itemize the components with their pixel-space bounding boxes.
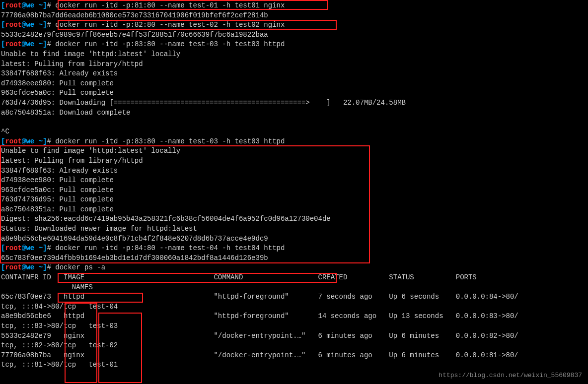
output-text: Unable to find image 'httpd:latest' loca… xyxy=(1,146,587,156)
output-text: a8c75048351a: Pull complete xyxy=(1,205,587,215)
terminal-line: [root@we ~]# docker run -itd -p:83:80 --… xyxy=(1,40,587,50)
ps-header2: NAMES xyxy=(1,283,587,293)
output-text: 33847f680f63: Already exists xyxy=(1,166,587,176)
output-text: Status: Downloaded newer image for httpd… xyxy=(1,224,587,234)
prompt-dir: ~ xyxy=(34,1,43,9)
output-text: d74938eee980: Pull complete xyxy=(1,176,587,186)
table-row: a8e9bd56cbe6 httpd "httpd-foreground" 14… xyxy=(1,312,587,321)
output-hash: 77706a08b7ba7dd6eadeb6b1080ce573e7331670… xyxy=(1,11,587,21)
command-text[interactable]: docker ps -a xyxy=(55,263,105,271)
output-text: 963cfdce5a0c: Pull complete xyxy=(1,88,587,98)
table-row: tcp, :::82->80/tcp test-02 xyxy=(1,341,587,351)
table-row: tcp, :::84->80/tcp test-04 xyxy=(1,302,587,312)
ctrl-c: ^C xyxy=(1,127,587,137)
output-text: 33847f680f63: Already exists xyxy=(1,69,587,79)
blank-line xyxy=(1,118,587,127)
output-text: latest: Pulling from library/httpd xyxy=(1,60,587,69)
output-text: Digest: sha256:eacdd6c7419ab95b43a258321… xyxy=(1,214,587,224)
prompt-user: root xyxy=(5,1,22,9)
terminal-line: [root@we ~]# docker run -itd -p:84:80 --… xyxy=(1,244,587,254)
terminal-line: [root@we ~]# docker run -itd -p:81:80 --… xyxy=(1,1,587,11)
output-text: d74938eee980: Pull complete xyxy=(1,79,587,89)
terminal-line: [root@we ~]# docker run -itd -p:83:80 --… xyxy=(1,137,587,147)
command-text[interactable]: docker run -itd -p:84:80 --name test-04 … xyxy=(55,244,285,252)
prompt-hash: # xyxy=(47,1,55,9)
watermark: https://blog.csdn.net/weixin_55609837 xyxy=(439,371,582,380)
output-hash: a8e9bd56cbe6041694da59d4e0c8fb71cb4f2f84… xyxy=(1,234,587,244)
output-text: 963cfdce5a0c: Pull complete xyxy=(1,186,587,195)
output-text: 763d74736d95: Downloading [=============… xyxy=(1,98,587,108)
output-text: a8c75048351a: Download complete xyxy=(1,108,587,118)
table-row: tcp, :::83->80/tcp test-03 xyxy=(1,321,587,331)
table-row: tcp, :::81->80/tcp test-01 xyxy=(1,360,587,370)
table-row: 5533c2482e79 nginx "/docker-entrypoint.…… xyxy=(1,331,587,341)
terminal-line: [root@we ~]# docker run -itd -p:82:80 --… xyxy=(1,20,587,30)
command-text[interactable]: docker run -itd -p:82:80 --name test-02 … xyxy=(55,21,285,29)
ps-header: CONTAINER ID IMAGE COMMAND CREATED STATU… xyxy=(1,273,587,283)
output-hash: 65c783f0ee739d4fbb9b1694eb3bd1e1d7df3000… xyxy=(1,254,587,263)
table-row: 77706a08b7ba nginx "/docker-entrypoint.…… xyxy=(1,351,587,361)
table-row: 65c783f0ee73 httpd "httpd-foreground" 7 … xyxy=(1,292,587,302)
output-text: Unable to find image 'httpd:latest' loca… xyxy=(1,50,587,60)
terminal-line: [root@we ~]# docker ps -a xyxy=(1,263,587,273)
command-text[interactable]: docker run -itd -p:83:80 --name test-03 … xyxy=(55,137,285,145)
output-text: 763d74736d95: Pull complete xyxy=(1,195,587,205)
command-text[interactable]: docker run -itd -p:83:80 --name test-03 … xyxy=(55,40,285,48)
output-text: latest: Pulling from library/httpd xyxy=(1,156,587,166)
output-hash: 5533c2482e79fc989c97ff86eeb57e4ff53f2885… xyxy=(1,30,587,40)
prompt-host: we xyxy=(26,1,34,9)
command-text[interactable]: docker run -itd -p:81:80 --name test-01 … xyxy=(55,1,285,9)
